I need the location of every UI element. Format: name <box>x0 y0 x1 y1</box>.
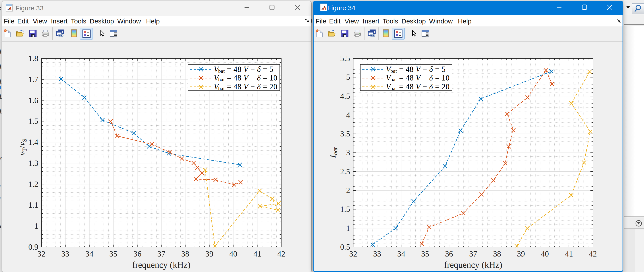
svg-text:p: p <box>0 194 1 202</box>
svg-text:File: File <box>316 17 326 25</box>
svg-text:3: 3 <box>346 148 350 157</box>
svg-text:Edit: Edit <box>17 17 29 25</box>
svg-text:frequency (kHz): frequency (kHz) <box>132 260 190 270</box>
svg-text:3.5: 3.5 <box>340 129 350 138</box>
svg-text:36: 36 <box>134 250 142 258</box>
svg-text:32: 32 <box>38 250 45 258</box>
svg-text:File: File <box>4 17 14 25</box>
svg-text:Help: Help <box>146 17 160 25</box>
svg-text:39: 39 <box>205 250 213 258</box>
svg-text:1.7: 1.7 <box>28 75 38 84</box>
svg-text:A: A <box>0 107 2 115</box>
svg-text:V: V <box>0 155 2 164</box>
svg-text:0.9: 0.9 <box>28 243 38 252</box>
svg-text:34: 34 <box>397 250 405 258</box>
svg-text:View: View <box>344 17 359 25</box>
svg-text:1.1: 1.1 <box>28 201 38 209</box>
svg-text:38: 38 <box>181 250 189 258</box>
svg-text:Help: Help <box>458 17 472 25</box>
svg-text:b: b <box>0 222 1 231</box>
svg-text:5: 5 <box>346 73 350 82</box>
svg-text:Ibat: Ibat <box>328 147 338 158</box>
svg-text:37: 37 <box>157 250 165 258</box>
svg-text:Figure 34: Figure 34 <box>327 4 356 11</box>
svg-text:34: 34 <box>86 250 94 258</box>
svg-text:2: 2 <box>346 186 350 195</box>
svg-text:42: 42 <box>589 250 597 258</box>
svg-text:4.5: 4.5 <box>340 92 350 101</box>
svg-text:Insert: Insert <box>363 17 380 25</box>
svg-text:Window: Window <box>429 17 453 25</box>
svg-text:Figure 33: Figure 33 <box>16 4 44 12</box>
svg-text:Desktop: Desktop <box>90 17 114 25</box>
svg-text:0.5: 0.5 <box>340 243 350 252</box>
svg-text:1.5: 1.5 <box>340 205 350 214</box>
svg-text:37: 37 <box>469 250 477 258</box>
svg-text:36: 36 <box>445 250 453 258</box>
svg-text:1.8: 1.8 <box>28 54 38 63</box>
svg-text:Edit: Edit <box>329 17 340 25</box>
svg-text:41: 41 <box>565 250 573 258</box>
svg-text:vT/vS: vT/vS <box>17 139 28 155</box>
svg-text:38: 38 <box>493 250 501 258</box>
svg-text:1.6: 1.6 <box>28 96 38 105</box>
svg-text:frequency (kHz): frequency (kHz) <box>444 260 502 270</box>
svg-text:39: 39 <box>517 250 525 258</box>
svg-text:A: A <box>0 77 2 85</box>
svg-text:32: 32 <box>349 250 357 258</box>
svg-text:1.2: 1.2 <box>28 180 38 189</box>
svg-text:41: 41 <box>254 250 261 258</box>
svg-text:p: p <box>0 181 1 190</box>
svg-text:Insert: Insert <box>51 17 68 25</box>
svg-text:e: e <box>0 140 0 148</box>
svg-text:35: 35 <box>109 250 117 258</box>
svg-text:1: 1 <box>346 224 350 233</box>
svg-text:1.4: 1.4 <box>28 138 38 147</box>
svg-text:c: c <box>0 4 1 12</box>
svg-text:33: 33 <box>373 250 381 258</box>
svg-text:A: A <box>0 47 2 56</box>
svg-text:1.5: 1.5 <box>28 117 38 126</box>
svg-text:Tools: Tools <box>71 17 86 25</box>
svg-text:2.5: 2.5 <box>340 167 350 176</box>
svg-text:1: 1 <box>34 222 38 231</box>
svg-text:4: 4 <box>346 111 350 119</box>
svg-text:40: 40 <box>229 250 237 258</box>
svg-text:A: A <box>0 62 2 70</box>
svg-text:40: 40 <box>541 250 549 258</box>
svg-text:5.5: 5.5 <box>340 54 350 63</box>
svg-text:Desktop: Desktop <box>402 17 426 25</box>
svg-text:35: 35 <box>421 250 429 258</box>
svg-text:1.3: 1.3 <box>28 159 38 168</box>
svg-text:42: 42 <box>277 250 285 258</box>
svg-text:33: 33 <box>61 250 69 258</box>
svg-text:Window: Window <box>117 17 141 25</box>
svg-text:Tools: Tools <box>383 17 398 25</box>
svg-text:A: A <box>0 92 2 100</box>
svg-text:View: View <box>33 17 47 25</box>
